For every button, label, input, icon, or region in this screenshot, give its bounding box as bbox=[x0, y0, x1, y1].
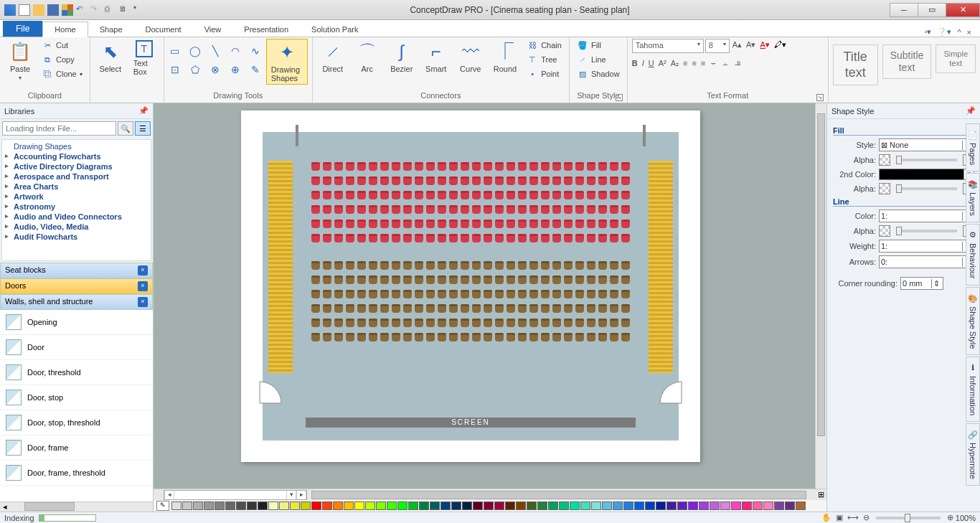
palette-swatch[interactable] bbox=[494, 501, 504, 510]
palette-swatch[interactable] bbox=[774, 501, 784, 510]
door-list-item[interactable]: Door, stop, threshold bbox=[0, 410, 153, 435]
search-button[interactable]: 🔍 bbox=[118, 121, 133, 136]
palette-swatch[interactable] bbox=[559, 501, 569, 510]
palette-swatch[interactable] bbox=[753, 501, 763, 510]
side-tab-layers[interactable]: 📚Layers bbox=[966, 173, 980, 222]
close-category-icon[interactable]: × bbox=[138, 265, 148, 275]
palette-swatch[interactable] bbox=[344, 501, 354, 510]
page-next-icon[interactable]: ▸ bbox=[296, 491, 306, 499]
lib-item[interactable]: Aerospace and Transport bbox=[2, 171, 151, 182]
lib-item[interactable]: Audit Flowcharts bbox=[2, 232, 151, 242]
connector-arc[interactable]: ⌒Arc bbox=[352, 39, 383, 75]
tool-curve-icon[interactable]: ∿ bbox=[249, 44, 262, 57]
align-top-button[interactable]: ⫟ bbox=[710, 59, 717, 68]
palette-swatch[interactable] bbox=[247, 501, 257, 510]
tool-line-icon[interactable]: ╲ bbox=[209, 44, 222, 57]
category-doors[interactable]: Doors× bbox=[0, 278, 153, 294]
palette-swatch[interactable] bbox=[785, 501, 795, 510]
pan-tool-icon[interactable]: ✋ bbox=[821, 513, 831, 522]
tab-solution-park[interactable]: Solution Park bbox=[300, 22, 369, 37]
tool-arc-icon[interactable]: ◠ bbox=[229, 44, 242, 57]
palette-swatch[interactable] bbox=[688, 501, 698, 510]
shadow-button[interactable]: ▨Shadow bbox=[574, 67, 623, 80]
side-tab-behaviour[interactable]: ⚙Behaviour bbox=[966, 224, 980, 286]
ribbon-minimize-icon[interactable]: ^ bbox=[957, 28, 961, 37]
palette-swatch[interactable] bbox=[613, 501, 623, 510]
tool-intersect-icon[interactable]: ⊗ bbox=[209, 63, 222, 76]
underline-button[interactable]: U bbox=[649, 59, 654, 68]
tab-presentation[interactable]: Presentation bbox=[232, 22, 300, 37]
clone-button[interactable]: ⿻Clone▾ bbox=[39, 67, 85, 80]
lib-item[interactable]: Accounting Flowcharts bbox=[2, 151, 151, 161]
simple-text-style[interactable]: Simple text bbox=[936, 44, 976, 73]
print-preview-icon[interactable]: 🗎 bbox=[119, 4, 131, 16]
tool-rect-icon[interactable]: ▭ bbox=[169, 44, 182, 57]
canvas-vscrollbar[interactable] bbox=[815, 103, 826, 489]
palette-swatch[interactable] bbox=[268, 501, 278, 510]
palette-swatch[interactable] bbox=[204, 501, 214, 510]
font-size-select[interactable]: 8 ▾ bbox=[705, 39, 730, 53]
font-shrink-icon[interactable]: A▾ bbox=[745, 39, 757, 53]
palette-edit-button[interactable]: ✎ bbox=[156, 501, 169, 511]
library-tree[interactable]: Drawing Shapes Accounting Flowcharts Act… bbox=[1, 139, 151, 261]
palette-swatch[interactable] bbox=[710, 501, 720, 510]
redo-icon[interactable]: ↷ bbox=[90, 4, 102, 16]
pin-icon[interactable]: 📌 bbox=[138, 106, 149, 116]
second-alpha-slider[interactable] bbox=[896, 187, 957, 190]
align-middle-button[interactable]: ⫠ bbox=[722, 59, 730, 68]
palette-swatch[interactable] bbox=[311, 501, 321, 510]
door-list-item[interactable]: Opening bbox=[0, 310, 153, 335]
second-color-select[interactable]: ▾ bbox=[879, 169, 974, 180]
split-icon[interactable]: ⊞ bbox=[815, 490, 826, 499]
lib-item[interactable]: Area Charts bbox=[2, 182, 151, 192]
font-color-icon[interactable]: A▾ bbox=[758, 39, 771, 53]
left-panel-scrollbar[interactable]: ◂ bbox=[0, 501, 153, 512]
palette-swatch[interactable] bbox=[387, 501, 397, 510]
tree-button[interactable]: ⊤Tree bbox=[524, 53, 565, 66]
door-list-item[interactable]: Door, stop bbox=[0, 385, 153, 410]
help-icon[interactable]: ❔▾ bbox=[937, 27, 951, 37]
palette-swatch[interactable] bbox=[279, 501, 289, 510]
palette-swatch[interactable] bbox=[225, 501, 235, 510]
corner-rounding-input[interactable]: 0 mm⇕ bbox=[900, 277, 943, 290]
cut-button[interactable]: ✂Cut bbox=[39, 39, 85, 52]
palette-swatch[interactable] bbox=[333, 501, 343, 510]
line-alpha-slider[interactable] bbox=[896, 230, 957, 232]
drawing-shapes-button[interactable]: ✦Drawing Shapes bbox=[266, 39, 308, 85]
lib-item[interactable]: Audio, Video, Media bbox=[2, 222, 151, 232]
tool-node-icon[interactable]: ⊡ bbox=[169, 63, 182, 76]
select-button[interactable]: ⬉Select bbox=[95, 39, 126, 75]
palette-swatch[interactable] bbox=[354, 501, 364, 510]
connector-curve[interactable]: 〰Curve bbox=[455, 39, 486, 75]
bold-button[interactable]: B bbox=[632, 59, 638, 68]
palette-swatch[interactable] bbox=[365, 501, 375, 510]
page-dropdown-icon[interactable]: ▾ bbox=[286, 491, 296, 499]
grid-icon[interactable] bbox=[62, 4, 73, 16]
palette-swatch[interactable] bbox=[397, 501, 407, 510]
open-icon[interactable] bbox=[33, 4, 44, 16]
align-right-button[interactable]: ≡ bbox=[701, 59, 705, 68]
lib-item[interactable]: Active Directory Diagrams bbox=[2, 161, 151, 171]
connector-direct[interactable]: ⟋Direct bbox=[317, 39, 349, 75]
palette-swatch[interactable] bbox=[580, 501, 590, 510]
palette-swatch[interactable] bbox=[171, 501, 182, 510]
shape-style-launcher[interactable]: ↘ bbox=[616, 94, 623, 101]
palette-swatch[interactable] bbox=[763, 501, 773, 510]
fill-alpha-slider[interactable] bbox=[896, 159, 957, 161]
fill-button[interactable]: 🪣Fill bbox=[574, 39, 623, 52]
connector-smart[interactable]: ⌐Smart bbox=[420, 39, 452, 75]
save-icon[interactable] bbox=[47, 4, 59, 16]
close-button[interactable]: ✕ bbox=[946, 3, 980, 17]
palette-swatch[interactable] bbox=[462, 501, 472, 510]
line-weight-select[interactable]: 1:▾ bbox=[879, 240, 974, 253]
paste-button[interactable]: 📋 Paste ▾ bbox=[4, 39, 36, 83]
lib-item[interactable]: Audio and Video Connectors bbox=[2, 212, 151, 222]
close-category-icon[interactable]: × bbox=[138, 281, 148, 291]
zoom-in-button[interactable]: ⊕ bbox=[947, 513, 953, 522]
palette-swatch[interactable] bbox=[731, 501, 741, 510]
undo-icon[interactable]: ↶ bbox=[76, 4, 88, 16]
chain-button[interactable]: ⛓Chain bbox=[524, 39, 565, 52]
pin-icon[interactable]: 📌 bbox=[966, 106, 976, 116]
palette-swatch[interactable] bbox=[516, 501, 526, 510]
category-walls[interactable]: Walls, shell and structure× bbox=[0, 294, 153, 310]
